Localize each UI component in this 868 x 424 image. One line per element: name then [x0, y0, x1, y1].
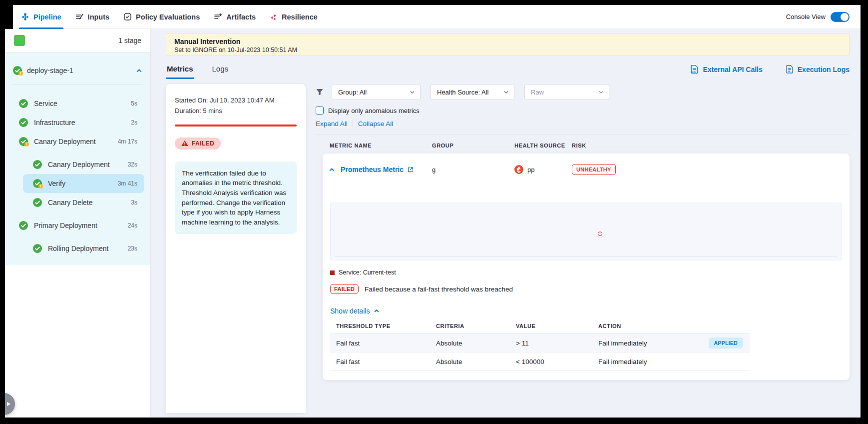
nav-tab-policy-evaluations[interactable]: Policy Evaluations [116, 5, 207, 29]
sidebar-bottom [5, 265, 150, 417]
nav-tab-inputs[interactable]: Inputs [68, 5, 117, 29]
col-action: ACTION [598, 323, 750, 329]
cell-threshold-type: Fail fast [336, 340, 436, 347]
metric-group: g [432, 166, 514, 174]
metric-timeseries-chart[interactable] [330, 202, 842, 260]
nav-tab-resilience[interactable]: Resilience [263, 5, 325, 29]
status-success-icon [19, 118, 28, 127]
risk-badge-unhealthy: UNHEALTHY [572, 164, 616, 175]
sidebar-step-infrastructure[interactable]: Infrastructure 2s [13, 113, 144, 132]
sidebar-step-canary-deployment[interactable]: Canary Deployment 32s [23, 155, 144, 174]
warning-dot: ! [18, 71, 23, 76]
execution-sidebar: 1 stage ! deploy-stage-1 [5, 29, 151, 417]
nav-tab-artifacts[interactable]: Artifacts [207, 5, 263, 29]
nav-tab-pipeline[interactable]: Pipeline [14, 5, 68, 29]
step-label: Canary Deployment [48, 160, 110, 168]
anomalous-metrics-label: Display only anomalous metrics [328, 107, 420, 114]
policy-shield-check-icon [123, 12, 132, 21]
frame-notch [5, 5, 13, 29]
step-label: Infrastructure [34, 118, 75, 126]
transaction-filter-dropdown[interactable]: Raw [524, 84, 609, 100]
chevron-up-icon[interactable] [136, 68, 142, 74]
failed-label: FAILED [192, 140, 214, 147]
sidebar-step-primary-deployment[interactable]: Primary Deployment 24s [13, 216, 144, 235]
stage-tree: ! deploy-stage-1 Service 5s [5, 52, 150, 265]
cell-value: > 11 [516, 340, 598, 347]
step-label: Verify [48, 180, 65, 188]
manual-intervention-banner: Manual Intervention Set to IGNORE on 10-… [166, 33, 850, 56]
started-on: Started On: Jul 10, 2023 10:47 AM [175, 95, 297, 106]
tab-metrics[interactable]: Metrics [166, 64, 194, 79]
metric-row[interactable]: Prometheus Metric g pp UNHEALTHY [323, 154, 850, 186]
dropdown-placeholder: Raw [531, 88, 544, 96]
step-label: Rolling Deployment [48, 244, 108, 252]
metric-name-link[interactable]: Prometheus Metric [341, 166, 432, 174]
expand-panel-button[interactable] [5, 393, 15, 415]
group-filter-dropdown[interactable]: Group: All [332, 84, 421, 100]
step-duration: 5s [131, 100, 137, 107]
filter-funnel-icon[interactable] [316, 88, 324, 96]
step-duration: 4m 17s [118, 138, 137, 145]
anomalous-metrics-checkbox[interactable] [316, 106, 324, 114]
nav-tab-label: Artifacts [226, 13, 256, 21]
threshold-row: Fail fast Absolute < 100000 Fail immedia… [330, 352, 750, 371]
sidebar-step-service[interactable]: Service 5s [13, 94, 144, 113]
tab-logs[interactable]: Logs [211, 64, 230, 79]
chart-baseline [335, 256, 838, 256]
sidebar-step-canary-delete[interactable]: Canary Delete 3s [23, 193, 144, 212]
dropdown-value: Health Source: All [437, 88, 488, 96]
verification-result-row: FAILED Failed because a fail-fast thresh… [330, 284, 842, 294]
show-details-label: Show details [330, 307, 370, 315]
col-risk: RISK [572, 142, 850, 148]
stages-header: 1 stage [5, 29, 150, 52]
failed-status-badge: FAILED [175, 138, 221, 150]
cell-action: Fail immediately [598, 358, 647, 366]
show-details-link[interactable]: Show details [330, 307, 842, 315]
nav-tab-label: Policy Evaluations [136, 13, 200, 21]
sidebar-step-verify[interactable]: ! Verify 3m 41s [23, 174, 144, 193]
verification-message: The verification failed due to anomalies… [175, 162, 297, 234]
expand-all-link[interactable]: Expand All [316, 120, 348, 128]
status-warning-icon: ! [19, 137, 28, 146]
logs-document-icon [786, 64, 794, 74]
link-label: Execution Logs [798, 66, 850, 74]
step-duration: 23s [128, 245, 137, 252]
cell-criteria: Absolute [436, 358, 516, 366]
inputs-icon [75, 12, 84, 21]
nav-tab-label: Pipeline [33, 13, 61, 21]
execution-logs-link[interactable]: Execution Logs [786, 64, 850, 74]
data-point-marker[interactable] [598, 232, 602, 236]
health-source-name: pp [527, 166, 534, 174]
external-api-calls-link[interactable]: API External API Calls [690, 64, 762, 74]
chevron-up-icon [374, 308, 380, 314]
sidebar-step-canary-deployment-group[interactable]: ! Canary Deployment 4m 17s [13, 132, 144, 151]
col-threshold-type: THRESHOLD TYPE [336, 323, 436, 329]
chevron-down-icon [503, 90, 509, 95]
legend-label: Service: Current-test [339, 269, 396, 276]
svg-text:API: API [692, 72, 696, 74]
col-group: GROUP [432, 142, 514, 148]
col-value: VALUE [516, 323, 598, 329]
play-right-icon [5, 401, 11, 407]
failed-reason: Failed because a fail-fast threshold was… [365, 286, 513, 293]
console-view-toggle[interactable] [831, 12, 850, 22]
step-label: Canary Deployment [34, 138, 96, 146]
status-warning-icon: ! [33, 179, 42, 188]
metric-name: Prometheus Metric [341, 166, 404, 174]
verification-summary-card: Started On: Jul 10, 2023 10:47 AM Durati… [166, 84, 306, 413]
status-success-icon [33, 160, 42, 169]
step-duration: 32s [128, 161, 137, 168]
health-source-filter-dropdown[interactable]: Health Source: All [431, 84, 514, 100]
collapse-all-link[interactable]: Collapse All [358, 120, 394, 128]
step-label: Canary Delete [48, 198, 93, 206]
step-label: Primary Deployment [34, 222, 97, 230]
stage-row-deploy-stage-1[interactable]: ! deploy-stage-1 [13, 62, 142, 78]
metric-table-header: METRIC NAME GROUP HEALTH SOURCE RISK [316, 142, 850, 148]
col-health-source: HEALTH SOURCE [514, 142, 572, 148]
banner-subtitle: Set to IGNORE on 10-Jul-2023 10:50:51 AM [174, 46, 841, 54]
step-duration: 24s [128, 222, 137, 229]
collapse-row-chevron-up-icon[interactable] [329, 166, 341, 173]
stage-status-square [14, 35, 25, 46]
metric-expanded-panel: Service: Current-test FAILED Failed beca… [323, 186, 850, 371]
sidebar-step-rolling-deployment[interactable]: Rolling Deployment 23s [23, 239, 144, 258]
